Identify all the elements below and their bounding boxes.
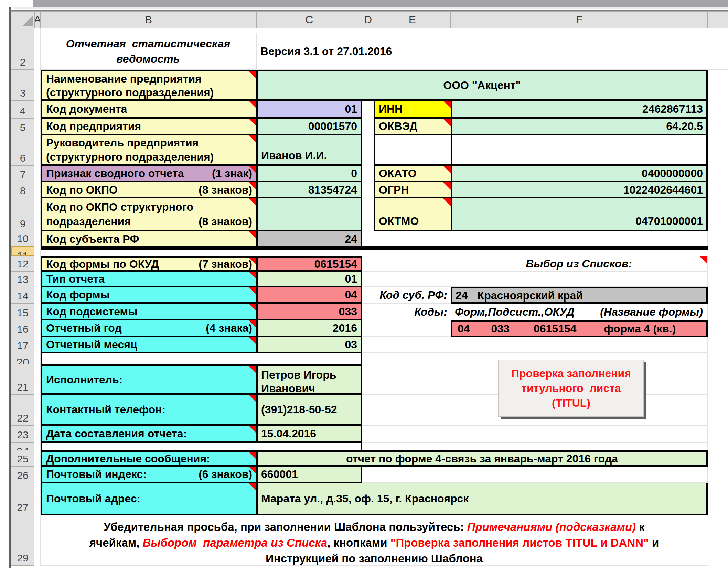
head-value-cell[interactable]: Иванов И.И. [256, 135, 362, 166]
month-value-cell[interactable]: 03 [256, 337, 362, 353]
subsystem-value-cell[interactable]: 033 [256, 304, 362, 320]
year-label-cell[interactable]: Отчетный год(4 знака) [41, 320, 256, 337]
column-header-d[interactable]: D [362, 11, 374, 28]
inn-value-cell[interactable]: 2462867113 [451, 101, 708, 119]
row-header-4[interactable]: 4 [11, 101, 34, 119]
column-header-f[interactable]: F [451, 11, 708, 28]
oktmo-label-cell[interactable]: ОКТМО [374, 198, 451, 231]
row-13-right-filler [362, 272, 708, 287]
row-header-25[interactable]: 25 [11, 450, 34, 467]
row-header-24-clipped[interactable]: 24 [11, 443, 34, 450]
month-label-cell[interactable]: Отчетный месяц [41, 337, 256, 353]
year-value-cell[interactable]: 2016 [256, 320, 362, 337]
okved-label-cell[interactable]: ОКВЭД [374, 119, 451, 135]
codes-row-cell[interactable]: 04 033 0615154 форма 4 (кв.) [451, 320, 708, 337]
date-label-cell[interactable]: Дата составления отчета: [41, 426, 256, 443]
enterprise-code-value-cell[interactable]: 00001570 [256, 119, 362, 135]
address-label-cell[interactable]: Почтовый адрес: [41, 483, 256, 515]
row-header-1[interactable] [11, 28, 34, 33]
select-all-corner[interactable] [11, 11, 34, 28]
postcode-value-cell[interactable]: 660001 [256, 467, 362, 483]
okpo-struct-label-cell[interactable]: Код по ОКПО структурного подразделения(8… [41, 198, 256, 231]
row-header-9[interactable]: 9 [11, 198, 34, 231]
company-name-value-cell[interactable]: ООО "Акцент" [256, 70, 708, 101]
column-header-b[interactable]: B [41, 11, 256, 28]
ogrn-label-cell[interactable]: ОГРН [374, 182, 451, 198]
check-titul-button[interactable]: Проверка заполнения титульного листа (TI… [498, 360, 644, 417]
address-value-cell[interactable]: Марата ул., д.35, оф. 15, г. Красноярск [256, 483, 708, 515]
row-header-11-collapsed[interactable]: 11 [11, 246, 34, 256]
row-header-5[interactable]: 5 [11, 119, 34, 135]
head-label-cell[interactable]: Руководитель предприятия(структурного по… [41, 135, 256, 166]
messages-label-cell[interactable]: Дополнительные сообщения: [41, 450, 256, 467]
okpo-struct-value-cell[interactable] [256, 198, 362, 231]
doc-code-value-cell[interactable]: 01 [256, 101, 362, 119]
row-header-13[interactable]: 13 [11, 272, 34, 287]
lists-title-cell[interactable]: Выбор из Списков: [451, 256, 708, 272]
messages-value-cell[interactable]: отчет по форме 4-связь за январь-март 20… [256, 450, 708, 467]
okud-value-cell[interactable]: 0615154 [256, 256, 362, 272]
row-header-15[interactable]: 15 [11, 304, 34, 320]
subsystem-label-cell[interactable]: Код подсистемы [41, 304, 256, 320]
executor-value-cell[interactable]: Петров Игорь Иванович [256, 364, 362, 395]
column-header-g-sliver[interactable] [708, 11, 728, 28]
executor-label-cell[interactable]: Исполнитель: [41, 364, 256, 395]
column-header-e[interactable]: E [374, 11, 451, 28]
doc-code-label-cell[interactable]: Код документа [41, 101, 256, 119]
okpo-value-cell[interactable]: 81354724 [256, 182, 362, 198]
subject-code-value-cell[interactable]: 24 [256, 231, 362, 246]
okud-label-cell[interactable]: Код формы по ОКУД(7 знаков) [41, 256, 256, 272]
comment-indicator-icon [249, 304, 256, 311]
row-header-2[interactable]: 2 [11, 33, 34, 70]
report-type-value-cell[interactable]: 01 [256, 272, 362, 287]
company-name-label-cell[interactable]: Наименование предприятия(структурного по… [41, 70, 256, 101]
column-header-a[interactable]: A [34, 11, 41, 28]
row-header-12[interactable]: 12 [11, 256, 34, 272]
row-header-3[interactable]: 3 [11, 70, 34, 101]
row-header-16[interactable]: 16 [11, 320, 34, 337]
empty-cell-f6[interactable] [451, 135, 708, 166]
version-cell[interactable]: Версия 3.1 от 27.01.2016 [256, 33, 708, 70]
row-header-14[interactable]: 14 [11, 287, 34, 304]
okato-value-cell[interactable]: 0400000000 [451, 166, 708, 182]
row-17-right-filler [362, 337, 708, 353]
row-header-26[interactable]: 26 [11, 467, 34, 483]
comment-indicator-icon [249, 166, 256, 173]
row-header-8[interactable]: 8 [11, 182, 34, 198]
ogrn-value-cell[interactable]: 1022402644601 [451, 182, 708, 198]
row-header-6[interactable]: 6 [11, 135, 34, 166]
footer-note-cell[interactable]: Убедительная просьба, при заполнении Шаб… [41, 515, 708, 566]
date-value-cell[interactable]: 15.04.2016 [256, 426, 362, 443]
inn-label-cell[interactable]: ИНН [374, 101, 451, 119]
column-header-c[interactable]: C [256, 11, 362, 28]
row-header-29[interactable]: 29 [11, 515, 34, 566]
row-header-17[interactable]: 17 [11, 337, 34, 353]
row-header-20-clipped[interactable]: 20 [11, 353, 34, 364]
row-header-27[interactable]: 27 [11, 483, 34, 515]
row-header-23[interactable]: 23 [11, 426, 34, 443]
empty-cell-e6[interactable] [374, 135, 451, 166]
okpo-label-cell[interactable]: Код по ОКПО(8 знаков) [41, 182, 256, 198]
summary-flag-value-cell[interactable]: 0 [256, 166, 362, 182]
enterprise-code-label-cell[interactable]: Код предприятия [41, 119, 256, 135]
report-type-label-cell[interactable]: Тип отчета [41, 272, 256, 287]
okved-value-cell[interactable]: 64.20.5 [451, 119, 708, 135]
subject-code-label-cell[interactable]: Код субъекта РФ [41, 231, 256, 246]
form-code-label-cell[interactable]: Код формы [41, 287, 256, 304]
row-header-7[interactable]: 7 [11, 166, 34, 182]
summary-flag-label-cell[interactable]: Признак сводного отчета(1 знак) [41, 166, 256, 182]
excel-sheet: A B C D E F 2 3 4 5 6 7 8 9 10 11 12 13 … [0, 0, 728, 579]
phone-value-cell[interactable]: (391)218-50-52 [256, 395, 362, 426]
subj-rf-select-cell[interactable]: 24Красноярский край [451, 287, 708, 304]
report-title-cell[interactable]: Отчетная статистическаяведомость [41, 33, 256, 70]
row-header-21[interactable]: 21 [11, 364, 34, 395]
phone-label-cell[interactable]: Контактный телефон: [41, 395, 256, 426]
row-header-22[interactable]: 22 [11, 395, 34, 426]
comment-indicator-icon [249, 119, 256, 126]
postcode-label-cell[interactable]: Почтовый индекс:(6 знаков) [41, 467, 256, 483]
okato-label-cell[interactable]: ОКАТО [374, 166, 451, 182]
form-code-value-cell[interactable]: 04 [256, 287, 362, 304]
oktmo-value-cell[interactable]: 04701000001 [451, 198, 708, 231]
row-12-mid-filler [362, 256, 451, 272]
row-header-10[interactable]: 10 [11, 231, 34, 246]
